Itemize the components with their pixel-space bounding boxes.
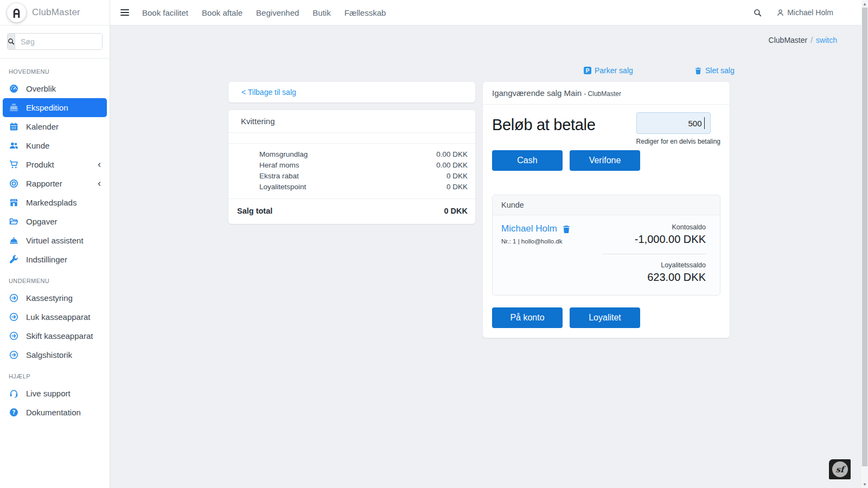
sidebar-item-label: Ekspedition bbox=[26, 103, 68, 112]
receipt-total-value: 0 DKK bbox=[444, 207, 468, 215]
target-icon bbox=[9, 179, 19, 188]
trash-icon bbox=[694, 67, 702, 75]
sidebar-item-label: Live support bbox=[26, 389, 71, 398]
hamburger-icon[interactable] bbox=[120, 9, 129, 16]
question-circle-icon: ? bbox=[9, 408, 19, 417]
receipt-row: Momsgrundlag 0.00 DKK bbox=[228, 149, 475, 160]
remove-customer-trash-icon[interactable] bbox=[562, 224, 571, 234]
receipt-total-row: Salg total 0 DKK bbox=[228, 198, 475, 224]
sidebar-menu: HOVEDMENU Overblik Ekspedition Kalender … bbox=[0, 59, 110, 422]
receipt-row-label: Ekstra rabat bbox=[259, 171, 299, 182]
search-icon[interactable] bbox=[754, 9, 762, 17]
customer-meta: Nr.: 1 | hollo@hollo.dk bbox=[501, 238, 571, 245]
arrow-circle-right-icon bbox=[9, 293, 19, 303]
cash-button[interactable]: Cash bbox=[492, 150, 563, 171]
nav-book-aftale[interactable]: Book aftale bbox=[202, 8, 242, 17]
sidebar-item-label: Skift kasseapparat bbox=[26, 331, 93, 341]
nav-book-facilitet[interactable]: Book facilitet bbox=[142, 8, 188, 17]
sidebar-item-markedsplads[interactable]: Markedsplads bbox=[0, 193, 110, 212]
sidebar-item-label: Luk kasseapparat bbox=[26, 312, 90, 322]
receipt-row-value: 0.00 DKK bbox=[436, 160, 468, 171]
top-header: Book facilitet Book aftale Begivenhed Bu… bbox=[110, 0, 861, 25]
back-to-sale-card: < Tilbage til salg bbox=[228, 82, 475, 102]
breadcrumb: ClubMaster/switch bbox=[110, 25, 861, 44]
account-balance-label: Kontosaldo bbox=[603, 223, 706, 231]
search-icon bbox=[8, 34, 15, 49]
cart-icon bbox=[9, 160, 19, 169]
sidebar-search bbox=[0, 25, 110, 59]
customer-name-link[interactable]: Michael Holm bbox=[501, 223, 557, 234]
back-to-sale-link[interactable]: < Tilbage til salg bbox=[241, 88, 296, 97]
pay-loyalty-button[interactable]: Loyalitet bbox=[570, 307, 640, 328]
sidebar-item-luk-kasseapparat[interactable]: Luk kasseapparat bbox=[0, 307, 110, 326]
sidebar-item-overblik[interactable]: Overblik bbox=[0, 79, 110, 98]
breadcrumb-current-link[interactable]: switch bbox=[816, 36, 837, 44]
sidebar-item-salgshistorik[interactable]: Salgshistorik bbox=[0, 345, 110, 364]
sidebar-item-skift-kasseapparat[interactable]: Skift kasseapparat bbox=[0, 326, 110, 345]
vertical-scrollbar: ▲ ▼ bbox=[861, 0, 868, 488]
delete-sale-link[interactable]: Slet salg bbox=[694, 66, 735, 75]
chevron-left-icon bbox=[97, 162, 102, 168]
sidebar-item-virtuel-assistent[interactable]: Virtuel assistent bbox=[0, 231, 110, 250]
sidebar-item-kassestyring[interactable]: Kassestyring bbox=[0, 288, 110, 307]
top-nav: Book facilitet Book aftale Begivenhed Bu… bbox=[142, 8, 386, 17]
svg-text:?: ? bbox=[12, 409, 16, 415]
breadcrumb-root: ClubMaster bbox=[769, 36, 808, 44]
nav-faellesskab[interactable]: Fællesskab bbox=[344, 8, 386, 17]
park-icon: P bbox=[584, 67, 591, 74]
person-icon bbox=[776, 9, 784, 17]
scrollbar-down-arrow[interactable]: ▼ bbox=[861, 480, 868, 488]
menu-section-label: HJÆLP bbox=[0, 364, 110, 384]
partial-payment-hint: Rediger for en delvis betaling bbox=[636, 138, 720, 145]
sidebar-item-ekspedition[interactable]: Ekspedition bbox=[3, 98, 107, 117]
sidebar-item-kunde[interactable]: Kunde bbox=[0, 136, 110, 155]
pay-on-account-button[interactable]: På konto bbox=[492, 307, 563, 328]
nav-begivenhed[interactable]: Begivenhed bbox=[256, 8, 299, 17]
scrollbar-thumb[interactable] bbox=[862, 8, 867, 466]
receipt-row-label: Heraf moms bbox=[259, 160, 299, 171]
sidebar-item-indstillinger[interactable]: Indstillinger bbox=[0, 250, 110, 269]
cash-register-icon bbox=[9, 103, 19, 112]
service-bell-icon bbox=[9, 236, 19, 245]
sidebar-item-opgaver[interactable]: Opgaver bbox=[0, 212, 110, 231]
search-input[interactable] bbox=[15, 34, 103, 49]
scrollbar-up-arrow[interactable]: ▲ bbox=[861, 0, 868, 8]
user-menu[interactable]: Michael Holm bbox=[776, 8, 833, 17]
loyalty-balance-label: Loyalitetssaldo bbox=[603, 261, 706, 269]
sale-title-suffix: - ClubMaster bbox=[584, 90, 621, 98]
customer-card: Kunde Michael Holm Nr.: 1 | hollo@hollo.… bbox=[492, 195, 720, 296]
park-sale-link[interactable]: P Parker salg bbox=[584, 66, 633, 75]
clubmaster-logo-icon bbox=[7, 3, 26, 22]
arrow-circle-right-icon bbox=[9, 331, 19, 341]
receipt-row-value: 0.00 DKK bbox=[436, 149, 468, 160]
customer-card-title: Kunde bbox=[493, 195, 720, 215]
payment-card: Igangværende salg Main - ClubMaster Belø… bbox=[483, 82, 730, 338]
sidebar-item-label: Rapporter bbox=[26, 179, 62, 188]
sidebar-item-rapporter[interactable]: Rapporter bbox=[0, 174, 110, 193]
chevron-left-icon bbox=[97, 181, 102, 187]
sidebar-item-kalender[interactable]: Kalender bbox=[0, 117, 110, 136]
menu-section-label: UNDERMENU bbox=[0, 269, 110, 288]
text-caret bbox=[704, 117, 705, 129]
nav-butik[interactable]: Butik bbox=[312, 8, 330, 17]
debug-toolbar-toggle[interactable]: sf bbox=[829, 459, 851, 479]
balance-divider bbox=[603, 254, 706, 254]
headset-icon bbox=[9, 389, 19, 398]
users-icon bbox=[9, 141, 19, 150]
gauge-icon bbox=[9, 84, 19, 93]
sidebar-item-label: Markedsplads bbox=[26, 198, 76, 207]
sidebar-item-live-support[interactable]: Live support bbox=[0, 384, 110, 403]
sale-actions: P Parker salg Slet salg bbox=[110, 66, 861, 77]
sidebar-item-label: Virtuel assistent bbox=[26, 236, 84, 245]
receipt-row: Ekstra rabat 0 DKK bbox=[228, 171, 475, 182]
menu-section-label: HOVEDMENU bbox=[0, 60, 110, 79]
sidebar-item-label: Dokumentation bbox=[26, 408, 81, 417]
verifone-button[interactable]: Verifone bbox=[570, 150, 640, 171]
sidebar-item-label: Kalender bbox=[26, 122, 59, 131]
sidebar-item-produkt[interactable]: Produkt bbox=[0, 155, 110, 174]
amount-input[interactable] bbox=[636, 112, 711, 134]
receipt-total-label: Salg total bbox=[237, 207, 272, 215]
wrench-icon bbox=[9, 255, 19, 264]
sidebar-item-label: Opgaver bbox=[26, 217, 58, 226]
sidebar-item-dokumentation[interactable]: ? Dokumentation bbox=[0, 403, 110, 422]
